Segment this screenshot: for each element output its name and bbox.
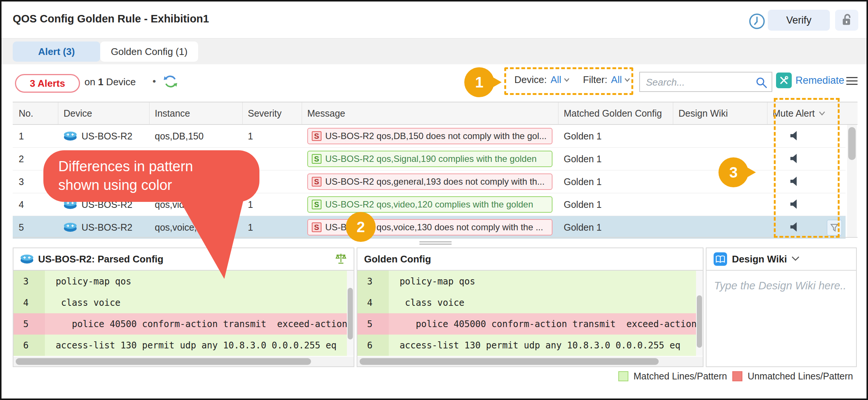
cell-design-wiki: [673, 193, 767, 216]
alert-message-pill[interactable]: S US-BOS-R2 qos,voice,130 does not compl…: [307, 219, 552, 236]
remediate-button[interactable]: Remediate: [776, 73, 844, 88]
cell-message: S US-BOS-R2 qos,general,193 does not com…: [302, 170, 558, 193]
scrollbar-thumb[interactable]: [348, 288, 353, 339]
cell-no: 5: [13, 216, 58, 239]
device-filter-dropdown[interactable]: All: [551, 74, 570, 86]
matched-legend-label: Matched Lines/Pattern: [634, 371, 727, 382]
summary-badge: S: [312, 177, 321, 187]
column-header-device[interactable]: Device: [58, 102, 150, 124]
device-count-text: on 1 Device: [84, 76, 136, 88]
cell-matched-golden-config[interactable]: Golden 1: [558, 125, 673, 147]
alert-message-pill[interactable]: S US-BOS-R2 qos,general,193 does not com…: [307, 173, 552, 190]
config-line: 5 police 405000 conform-action transmit …: [357, 313, 703, 335]
chevron-down-icon: [564, 78, 570, 82]
summary-badge: S: [312, 131, 321, 141]
column-header-instance[interactable]: Instance: [150, 102, 243, 124]
separator-dot: •: [153, 76, 156, 87]
search-input[interactable]: [645, 74, 755, 90]
cell-instance: qos,voice,130: [150, 216, 243, 239]
config-line: 4 class voice: [13, 292, 354, 313]
golden-config-title: Golden Config: [364, 253, 431, 265]
table-header: No. Device Instance Severity Message Mat…: [13, 102, 858, 125]
design-wiki-panel: Design Wiki Type the Design Wiki here..: [706, 247, 857, 367]
compare-scales-icon[interactable]: [335, 253, 347, 266]
wiki-book-icon: [713, 252, 727, 266]
alert-message-pill[interactable]: S US-BOS-R2 qos,DB,150 does not comply w…: [307, 128, 552, 144]
scrollbar-thumb[interactable]: [360, 358, 659, 365]
golden-config-header: Golden Config: [357, 248, 703, 271]
tab-alert[interactable]: Alert (3): [13, 41, 100, 62]
chevron-down-icon[interactable]: [791, 256, 800, 262]
config-line: 6 access-list 130 permit udp any 10.8.3.…: [13, 335, 354, 356]
unmatched-swatch: [732, 371, 742, 381]
alert-message-pill[interactable]: S US-BOS-R2 qos,video,120 complies with …: [307, 196, 552, 213]
cell-matched-golden-config[interactable]: Golden 1: [558, 193, 673, 216]
annotation-dashed-box-mute-alert: [774, 98, 840, 238]
table-row[interactable]: 1 US-BOS-R2 qos,DB,150 1 S US-BOS-R2 qos…: [13, 125, 846, 148]
cell-matched-golden-config[interactable]: Golden 1: [558, 170, 673, 193]
history-clock-icon[interactable]: [748, 13, 766, 30]
column-header-matched-golden-config[interactable]: Matched Golden Config: [558, 102, 673, 124]
cell-instance: qos,DB,150: [150, 125, 243, 147]
unlock-icon[interactable]: [835, 10, 858, 31]
cell-matched-golden-config[interactable]: Golden 1: [558, 216, 673, 239]
cell-design-wiki: [673, 216, 767, 239]
cell-severity: 1: [243, 216, 302, 239]
parsed-config-panel: US-BOS-R2: Parsed Config 3 policy-map qo…: [13, 247, 354, 367]
diff-legend: Matched Lines/Pattern Unmatched Lines/Pa…: [618, 371, 853, 382]
alert-count-badge[interactable]: 3 Alerts: [15, 74, 80, 93]
golden-config-code: 3 policy-map qos4 class voice5 police 40…: [357, 271, 703, 356]
column-header-design-wiki[interactable]: Design Wiki: [673, 102, 767, 124]
cell-no: 1: [13, 125, 58, 147]
unmatched-legend-label: Unmatched Lines/Pattern: [748, 371, 853, 382]
verify-button[interactable]: Verify: [768, 10, 830, 31]
golden-config-horizontal-scrollbar[interactable]: [357, 357, 703, 366]
tab-golden-config[interactable]: Golden Config (1): [100, 41, 198, 62]
refresh-icon[interactable]: [163, 74, 178, 89]
column-header-message[interactable]: Message: [302, 102, 558, 124]
chevron-down-icon: [624, 78, 630, 82]
annotation-speech-bubble: Differences in pattern shown using color: [43, 150, 259, 202]
device-filter-label: Device:: [514, 74, 547, 86]
filter-dropdown[interactable]: All: [611, 74, 630, 86]
alert-message-pill[interactable]: S US-BOS-R2 qos,Signal,190 complies with…: [307, 151, 552, 167]
summary-badge: S: [312, 222, 321, 232]
search-box: [639, 72, 772, 92]
toolbar: 3 Alerts on 1 Device • Device: All Filte…: [1, 64, 867, 102]
scrollbar-thumb[interactable]: [16, 358, 311, 365]
parsed-config-vertical-scrollbar[interactable]: [347, 271, 354, 356]
cell-device: US-BOS-R2: [58, 125, 150, 147]
cell-design-wiki: [673, 125, 767, 147]
cell-device: US-BOS-R2: [58, 216, 150, 239]
config-line: 3 policy-map qos: [357, 271, 703, 292]
design-wiki-editor[interactable]: Type the Design Wiki here..: [707, 271, 856, 366]
panel-resize-handle[interactable]: [419, 240, 452, 246]
cell-message: S US-BOS-R2 qos,video,120 complies with …: [302, 193, 558, 216]
config-line: 3 policy-map qos: [13, 271, 354, 292]
table-row[interactable]: 5 US-BOS-R2 qos,voice,130 1 S US-BOS-R2 …: [13, 216, 846, 239]
cell-severity: 1: [243, 125, 302, 147]
cell-message: S US-BOS-R2 qos,voice,130 does not compl…: [302, 216, 558, 239]
cell-message: S US-BOS-R2 qos,Signal,190 complies with…: [302, 148, 558, 170]
golden-config-vertical-scrollbar[interactable]: [696, 271, 703, 356]
router-device-icon: [64, 131, 77, 141]
cell-matched-golden-config[interactable]: Golden 1: [558, 148, 673, 170]
scrollbar-thumb[interactable]: [697, 295, 702, 348]
parsed-config-header: US-BOS-R2: Parsed Config: [13, 248, 354, 271]
search-icon[interactable]: [755, 76, 768, 90]
scrollbar-thumb[interactable]: [848, 127, 856, 160]
parsed-config-horizontal-scrollbar[interactable]: [13, 357, 354, 366]
column-header-no[interactable]: No.: [13, 102, 58, 124]
title-bar: QOS Config Golden Rule - Exhibition1 Ver…: [1, 1, 867, 38]
config-line: 4 class voice: [357, 292, 703, 313]
tab-bar: Alert (3) Golden Config (1): [1, 38, 867, 65]
parsed-config-code: 3 policy-map qos4 class voice5 police 40…: [13, 271, 354, 356]
table-scrollbar[interactable]: [847, 125, 857, 237]
design-wiki-header: Design Wiki: [707, 248, 856, 271]
column-header-severity[interactable]: Severity: [243, 102, 302, 124]
remediate-tools-icon: [776, 73, 792, 88]
router-device-icon: [64, 222, 77, 232]
menu-icon[interactable]: [846, 75, 858, 87]
summary-badge: S: [312, 200, 321, 209]
page-title: QOS Config Golden Rule - Exhibition1: [13, 13, 209, 25]
